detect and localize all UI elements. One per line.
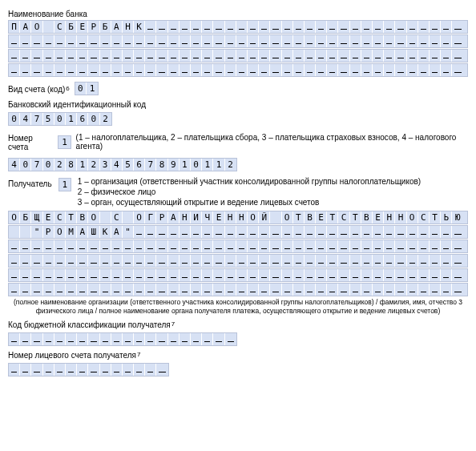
- account-num-paren: (1 – налогоплательщика, 2 – плательщика …: [76, 133, 468, 151]
- bik-label: Банковский идентификационный код: [8, 100, 468, 109]
- recipient-name-field[interactable]: ОБЩЕСТВОСОГРАНИЧЕННОЙОТВЕТСТВЕННОСТЬЮ"РО…: [8, 211, 468, 296]
- bank-name-label: Наименование банка: [8, 10, 468, 18]
- account-type-label: Вид счета (код)6: [8, 85, 70, 94]
- recipient-label: Получатель: [8, 179, 52, 188]
- pers-acc-label: Номер лицевого счета получателя7: [8, 351, 468, 360]
- account-20-field[interactable]: 40702812345678910112: [8, 158, 237, 171]
- pers-acc-field[interactable]: [8, 363, 169, 377]
- account-num-label: Номер счета: [8, 134, 53, 151]
- bank-name-field[interactable]: ПАОСБЕРБАНК: [8, 20, 468, 77]
- recipient-footnote: (полное наименование организации (ответс…: [8, 298, 468, 316]
- kbk-label: Код бюджетной классификации получателя7: [8, 320, 468, 329]
- recipient-code-field[interactable]: 1: [58, 178, 71, 191]
- bik-field[interactable]: 047501602: [8, 112, 112, 126]
- account-type-field[interactable]: 01: [75, 82, 99, 95]
- recipient-legend: 1 – организация (ответственный участник …: [78, 176, 421, 207]
- account-num-code-field[interactable]: 1: [58, 135, 71, 149]
- kbk-field[interactable]: [8, 332, 237, 346]
